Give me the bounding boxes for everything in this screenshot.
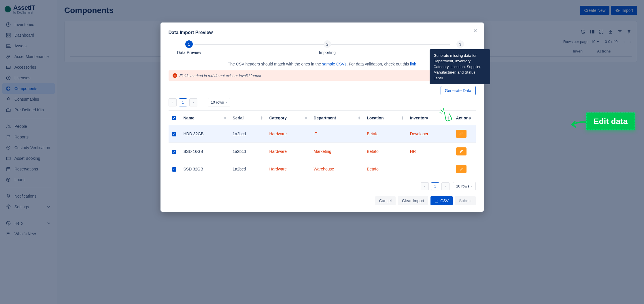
page-1-button-bottom[interactable]: 1 <box>431 182 439 190</box>
sort-icon: ▲▼ <box>305 116 307 120</box>
chevron-down-icon: ▾ <box>471 185 473 188</box>
table-row: HDD 32GB1a2bcdHardwareITBetafoDeveloper <box>169 125 476 143</box>
download-icon <box>435 199 439 203</box>
prev-page-button[interactable]: ‹ <box>169 98 177 106</box>
svg-line-20 <box>441 110 443 112</box>
cell-serial: 1a2bcd <box>229 143 266 160</box>
col-name[interactable]: Name▲▼ <box>180 111 229 125</box>
sort-icon: ▲▼ <box>224 116 226 120</box>
edit-row-button[interactable] <box>456 130 467 138</box>
step-label: Importing <box>319 50 336 55</box>
cell-inventory: HR <box>407 143 453 160</box>
step-data-preview[interactable]: 1Data Preview <box>177 40 201 55</box>
submit-button[interactable]: Submit <box>455 196 476 205</box>
sort-icon: ▲▼ <box>260 116 263 120</box>
cancel-button[interactable]: Cancel <box>375 196 396 205</box>
cell-inventory <box>407 160 453 178</box>
col-serial[interactable]: Serial▲▼ <box>229 111 266 125</box>
csv-button[interactable]: CSV <box>430 196 453 205</box>
close-icon[interactable] <box>473 28 478 35</box>
warning-icon <box>173 73 177 78</box>
chevron-down-icon: ▾ <box>226 101 227 104</box>
col-actions[interactable]: Actions <box>453 111 476 125</box>
modal-title: Data Import Preview <box>169 30 476 35</box>
warning-text: Fields marked in red do not exist or inv… <box>180 74 261 78</box>
step-importing[interactable]: 2Importing <box>319 40 336 55</box>
col-category[interactable]: Category▲▼ <box>266 111 310 125</box>
page-1-button[interactable]: 1 <box>179 98 187 106</box>
stepper: 1Data Preview2Importing3Results <box>177 40 467 55</box>
cell-location: Betafo <box>363 143 407 160</box>
edit-row-button[interactable] <box>456 147 467 155</box>
cell-name: SSD 16GB <box>180 143 229 160</box>
col-department[interactable]: Department▲▼ <box>310 111 363 125</box>
cell-serial: 1a2bcd <box>229 160 266 178</box>
cell-department: Marketing <box>310 143 363 160</box>
cell-name: HDD 32GB <box>180 125 229 143</box>
prev-page-button-bottom[interactable]: ‹ <box>421 182 429 190</box>
hand-click-icon <box>435 105 455 125</box>
cell-department: IT <box>310 125 363 143</box>
svg-line-22 <box>440 113 442 113</box>
step-number: 2 <box>324 40 331 48</box>
cell-category: Hardware <box>266 160 310 178</box>
annotation-arrow <box>569 118 594 130</box>
clear-import-button[interactable]: Clear Import <box>398 196 428 205</box>
step-label: Data Preview <box>177 50 201 55</box>
cell-inventory: Developer <box>407 125 453 143</box>
cell-name: SSD 32GB <box>180 160 229 178</box>
sort-icon: ▲▼ <box>401 116 404 120</box>
rows-select-bottom[interactable]: 10 rows ▾ <box>453 182 476 190</box>
next-page-button[interactable]: › <box>189 98 197 106</box>
generate-tooltip: Generate missing data for Department, In… <box>430 49 490 85</box>
svg-line-21 <box>443 108 444 110</box>
cell-location: Betafo <box>363 125 407 143</box>
preview-table: Name▲▼Serial▲▼Category▲▼Department▲▼Loca… <box>169 110 476 178</box>
next-page-button-bottom[interactable]: › <box>441 182 450 190</box>
table-row: SSD 16GB1a2bcdHardwareMarketingBetafoHR <box>169 143 476 160</box>
sample-csvs-link[interactable]: sample CSVs <box>322 62 347 66</box>
step-number: 1 <box>185 40 193 48</box>
import-preview-modal: Data Import Preview 1Data Preview2Import… <box>160 22 484 212</box>
rows-select[interactable]: 10 rows ▾ <box>208 98 231 106</box>
generate-data-button[interactable]: Generate Data <box>441 86 476 95</box>
cell-location: Betafo <box>363 160 407 178</box>
cell-serial: 1a2bcd <box>229 125 266 143</box>
cell-category: Hardware <box>266 125 310 143</box>
validation-link[interactable]: link <box>410 62 416 66</box>
step-number: 3 <box>456 40 464 48</box>
row-checkbox[interactable] <box>172 132 176 136</box>
table-row: SSD 32GB1a2bcdHardwareWarehouseBetafo <box>169 160 476 178</box>
sort-icon: ▲▼ <box>358 116 360 120</box>
row-checkbox[interactable] <box>172 150 176 154</box>
cell-category: Hardware <box>266 143 310 160</box>
col-location[interactable]: Location▲▼ <box>363 111 407 125</box>
modal-overlay: Data Import Preview 1Data Preview2Import… <box>0 0 644 304</box>
row-checkbox[interactable] <box>172 167 176 172</box>
cell-department: Warehouse <box>310 160 363 178</box>
edit-row-button[interactable] <box>456 165 467 173</box>
select-all-checkbox[interactable] <box>172 116 176 120</box>
